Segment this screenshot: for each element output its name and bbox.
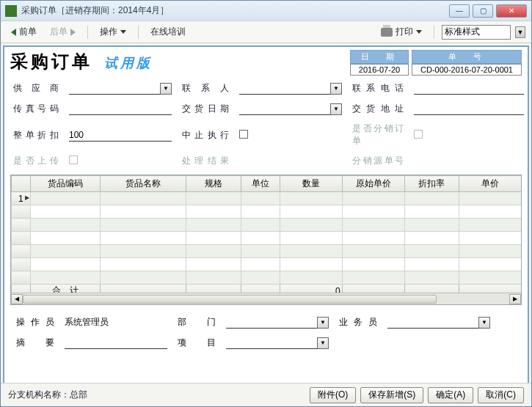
col-header[interactable]: 单价 — [459, 176, 522, 192]
cell[interactable] — [459, 205, 522, 219]
style-dropdown-button[interactable]: ▼ — [515, 26, 525, 38]
scroll-left-button[interactable]: ◀ — [11, 294, 23, 304]
cell[interactable] — [30, 219, 101, 232]
col-header[interactable]: 折扣率 — [404, 176, 459, 192]
abort-checkbox[interactable] — [239, 130, 248, 139]
dropdown-button[interactable]: ▼ — [160, 83, 172, 95]
print-menu[interactable]: 打印 — [376, 24, 426, 40]
row-index[interactable] — [12, 232, 31, 245]
cell[interactable] — [186, 205, 241, 219]
deliver-date-input[interactable] — [239, 102, 330, 115]
cell[interactable] — [342, 245, 404, 258]
cell[interactable] — [186, 245, 241, 258]
scroll-right-button[interactable]: ▶ — [509, 294, 521, 304]
cell[interactable] — [186, 271, 241, 285]
cell[interactable] — [101, 192, 186, 205]
phone-input[interactable] — [414, 81, 524, 95]
col-header[interactable]: 原始单价 — [342, 176, 404, 192]
supplier-combo[interactable]: ▼ — [69, 81, 172, 95]
save-new-button[interactable]: 保存新增(S) — [360, 387, 423, 403]
cell[interactable] — [459, 271, 522, 285]
cell[interactable] — [101, 245, 186, 258]
cell[interactable] — [459, 232, 522, 245]
cell[interactable] — [404, 258, 459, 271]
table-row[interactable] — [12, 245, 522, 258]
project-input[interactable] — [226, 336, 317, 349]
summary-input[interactable] — [65, 336, 167, 349]
dropdown-button[interactable]: ▼ — [330, 103, 342, 115]
cell[interactable] — [241, 258, 280, 271]
cell[interactable] — [30, 192, 101, 205]
dropdown-button[interactable]: ▼ — [317, 337, 329, 349]
deliver-addr-input[interactable] — [414, 102, 524, 115]
cell[interactable] — [342, 219, 404, 232]
cell[interactable] — [101, 258, 186, 271]
cell[interactable] — [101, 219, 186, 232]
cell[interactable] — [459, 245, 522, 258]
cell[interactable] — [404, 205, 459, 219]
cell[interactable] — [186, 219, 241, 232]
scroll-thumb[interactable] — [23, 295, 437, 304]
row-index[interactable] — [12, 258, 31, 271]
horizontal-scrollbar[interactable]: ◀ ▶ — [11, 293, 521, 304]
cell[interactable] — [30, 271, 101, 285]
cell[interactable] — [186, 232, 241, 245]
attach-button[interactable]: 附件(O) — [310, 387, 356, 403]
cell[interactable] — [459, 219, 522, 232]
table-row[interactable] — [12, 258, 522, 271]
dropdown-button[interactable]: ▼ — [330, 83, 342, 95]
cell[interactable] — [280, 258, 342, 271]
dropdown-button[interactable]: ▼ — [317, 317, 329, 329]
table-row[interactable] — [12, 219, 522, 232]
cancel-button[interactable]: 取消(C) — [478, 387, 524, 403]
cell[interactable] — [241, 271, 280, 285]
training-link[interactable]: 在线培训 — [146, 24, 190, 40]
cell[interactable] — [241, 205, 280, 219]
line-items-table[interactable]: 货品编码 货品名称 规格 单位 数量 原始单价 折扣率 单价 税率 1 合 计 … — [10, 175, 522, 305]
col-header[interactable]: 数量 — [280, 176, 342, 192]
row-index[interactable] — [12, 205, 31, 219]
col-header[interactable]: 单位 — [241, 176, 280, 192]
cell[interactable] — [280, 245, 342, 258]
cell[interactable] — [404, 192, 459, 205]
contact-combo[interactable]: ▼ — [239, 81, 342, 95]
col-header[interactable]: 规格 — [186, 176, 241, 192]
cell[interactable] — [30, 205, 101, 219]
sales-combo[interactable]: ▼ — [387, 315, 490, 329]
cell[interactable] — [101, 232, 186, 245]
cell[interactable] — [101, 205, 186, 219]
dept-combo[interactable]: ▼ — [226, 315, 329, 329]
row-index[interactable] — [12, 219, 31, 232]
project-combo[interactable]: ▼ — [226, 336, 329, 349]
next-record-button[interactable]: 后单 — [45, 24, 80, 40]
table-row[interactable] — [12, 205, 522, 219]
ok-button[interactable]: 确定(A) — [428, 387, 473, 403]
cell[interactable] — [101, 271, 186, 285]
cell[interactable] — [30, 232, 101, 245]
cell[interactable] — [241, 245, 280, 258]
table-row[interactable]: 1 — [12, 192, 522, 205]
cell[interactable] — [342, 205, 404, 219]
cell[interactable] — [342, 258, 404, 271]
contact-input[interactable] — [239, 81, 330, 95]
style-select[interactable]: 标准样式 — [442, 25, 511, 40]
cell[interactable] — [280, 192, 342, 205]
table-row[interactable] — [12, 232, 522, 245]
prev-record-button[interactable]: 前单 — [7, 24, 41, 40]
deliver-date-combo[interactable]: ▼ — [239, 102, 342, 115]
cell[interactable] — [280, 205, 342, 219]
row-index[interactable]: 1 — [12, 192, 31, 205]
row-index[interactable] — [12, 245, 31, 258]
cell[interactable] — [280, 219, 342, 232]
cell[interactable] — [186, 258, 241, 271]
cell[interactable] — [342, 232, 404, 245]
cell[interactable] — [342, 192, 404, 205]
col-header[interactable]: 货品编码 — [30, 176, 101, 192]
cell[interactable] — [30, 258, 101, 271]
supplier-input[interactable] — [69, 81, 160, 95]
cell[interactable] — [241, 219, 280, 232]
discount-input[interactable] — [69, 128, 172, 142]
cell[interactable] — [459, 258, 522, 271]
dropdown-button[interactable]: ▼ — [478, 317, 490, 329]
cell[interactable] — [280, 271, 342, 285]
